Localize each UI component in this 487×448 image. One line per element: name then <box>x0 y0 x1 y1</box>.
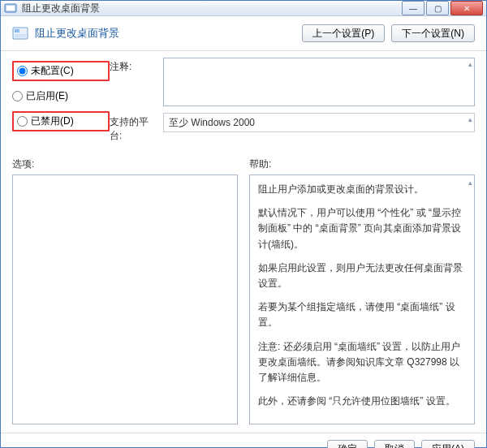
platform-textbox: 至少 Windows 2000 ▴ <box>163 113 475 132</box>
help-p2: 默认情况下，用户可以使用 “个性化” 或 “显示控制面板” 中的 “桌面背景” … <box>258 205 466 252</box>
radio-disabled-input[interactable] <box>17 116 28 127</box>
help-pane: 帮助: ▴ 阻止用户添加或更改桌面的背景设计。 默认情况下，用户可以使用 “个性… <box>249 157 475 424</box>
radio-not-configured-input[interactable] <box>17 66 28 76</box>
help-header: 帮助: <box>249 157 475 171</box>
panes: 选项: 帮助: ▴ 阻止用户添加或更改桌面的背景设计。 默认情况下，用户可以使用… <box>12 157 475 424</box>
radio-disabled[interactable]: 已禁用(D) <box>12 111 110 131</box>
radio-enabled-label: 已启用(E) <box>26 89 68 103</box>
next-setting-button[interactable]: 下一个设置(N) <box>391 24 475 42</box>
app-icon <box>4 2 17 15</box>
cancel-button[interactable]: 取消 <box>374 440 415 448</box>
note-label: 注释: <box>110 58 158 74</box>
svg-rect-1 <box>6 6 15 11</box>
note-row: 注释: ▴ <box>110 58 475 106</box>
help-p4: 若要为某个组指定墙纸，请使用 “桌面墙纸” 设置。 <box>258 299 466 330</box>
spin-icon[interactable]: ▴ <box>468 60 472 68</box>
help-box[interactable]: ▴ 阻止用户添加或更改桌面的背景设计。 默认情况下，用户可以使用 “个性化” 或… <box>249 174 475 424</box>
radio-disabled-label: 已禁用(D) <box>31 114 74 128</box>
window-buttons: — ▢ ✕ <box>402 1 483 15</box>
nav-buttons: 上一个设置(P) 下一个设置(N) <box>302 24 475 42</box>
titlebar: 阻止更改桌面背景 — ▢ ✕ <box>1 1 486 16</box>
platform-value: 至少 Windows 2000 <box>169 116 255 130</box>
options-pane: 选项: <box>12 157 238 424</box>
top-row: 未配置(C) 已启用(E) 已禁用(D) 注释: ▴ <box>12 58 475 143</box>
spin-icon[interactable]: ▴ <box>468 177 472 188</box>
policy-title: 阻止更改桌面背景 <box>35 26 302 41</box>
note-textbox[interactable]: ▴ <box>163 58 475 106</box>
minimize-button[interactable]: — <box>402 1 425 15</box>
policy-editor-window: 阻止更改桌面背景 — ▢ ✕ 阻止更改桌面背景 上一个设置(P) 下一个设置(N… <box>0 0 487 448</box>
help-p6: 此外，还请参阅 “只允许使用位图墙纸” 设置。 <box>258 394 466 409</box>
apply-button[interactable]: 应用(A) <box>421 440 475 448</box>
platform-label: 支持的平台: <box>110 113 158 143</box>
help-p5: 注意: 还必须启用 “桌面墙纸” 设置，以防止用户更改桌面墙纸。请参阅知识库文章… <box>258 339 466 386</box>
platform-row: 支持的平台: 至少 Windows 2000 ▴ <box>110 113 475 143</box>
policy-icon <box>12 25 28 41</box>
radio-not-configured-label: 未配置(C) <box>31 64 74 78</box>
maximize-button[interactable]: ▢ <box>426 1 449 15</box>
body: 未配置(C) 已启用(E) 已禁用(D) 注释: ▴ <box>1 51 486 433</box>
radio-enabled[interactable]: 已启用(E) <box>12 89 110 103</box>
svg-rect-4 <box>15 34 26 37</box>
help-p1: 阻止用户添加或更改桌面的背景设计。 <box>258 182 466 197</box>
ok-button[interactable]: 确定 <box>327 440 368 448</box>
svg-rect-3 <box>15 29 19 32</box>
fields-column: 注释: ▴ 支持的平台: 至少 Windows 2000 ▴ <box>110 58 475 143</box>
options-header: 选项: <box>12 157 238 171</box>
radio-column: 未配置(C) 已启用(E) 已禁用(D) <box>12 58 110 143</box>
radio-enabled-input[interactable] <box>12 91 23 101</box>
close-button[interactable]: ✕ <box>450 1 483 15</box>
radio-not-configured[interactable]: 未配置(C) <box>12 61 110 81</box>
window-title: 阻止更改桌面背景 <box>22 2 402 15</box>
options-box[interactable] <box>12 174 238 424</box>
spin-icon[interactable]: ▴ <box>468 115 472 123</box>
header: 阻止更改桌面背景 上一个设置(P) 下一个设置(N) <box>1 16 486 51</box>
help-p3: 如果启用此设置，则用户无法更改任何桌面背景设置。 <box>258 261 466 291</box>
prev-setting-button[interactable]: 上一个设置(P) <box>302 24 385 42</box>
footer: 确定 取消 应用(A) <box>1 433 486 448</box>
